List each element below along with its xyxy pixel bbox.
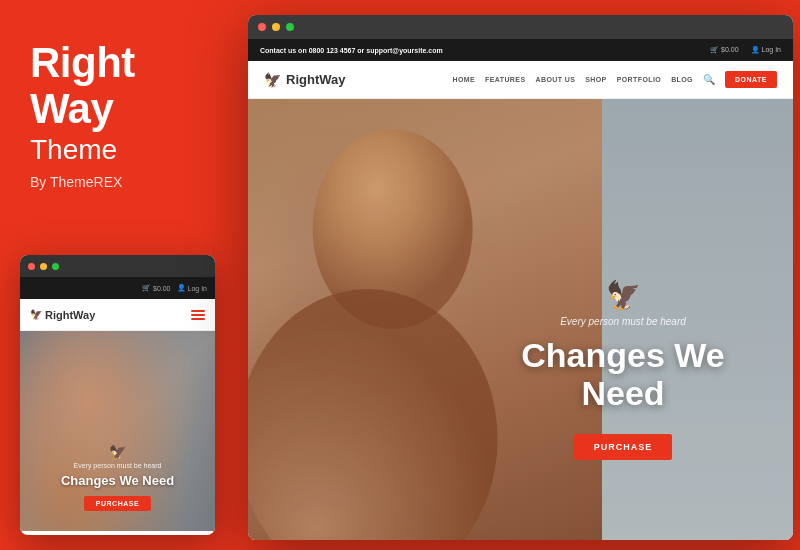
desktop-hero: 🦅 Every person must be heard Changes We …	[248, 99, 793, 540]
mobile-preview: 🛒 $0.00 👤 Log In 🦅 RightWay 🦅 Every pers…	[20, 255, 215, 535]
desktop-dot-yellow	[272, 23, 280, 31]
nav-link-features[interactable]: FEATURES	[485, 76, 525, 83]
mobile-logo-bird-icon: 🦅	[30, 309, 42, 320]
search-icon[interactable]: 🔍	[703, 74, 715, 85]
desktop-logo-bird-icon: 🦅	[264, 72, 281, 88]
desktop-login: 👤 Log In	[751, 46, 781, 54]
desktop-hero-content: 🦅 Every person must be heard Changes We …	[493, 279, 753, 460]
theme-subtitle: Theme	[30, 134, 117, 166]
desktop-logo[interactable]: 🦅 RightWay	[264, 72, 345, 88]
mobile-topbar: 🛒 $0.00 👤 Log In	[20, 277, 215, 299]
nav-link-shop[interactable]: SHOP	[585, 76, 606, 83]
nav-link-about[interactable]: ABOUT US	[535, 76, 575, 83]
mobile-titlebar	[20, 255, 215, 277]
mobile-nav: 🦅 RightWay	[20, 299, 215, 331]
desktop-titlebar	[248, 15, 793, 39]
desktop-nav-links: HOME FEATURES ABOUT US SHOP PORTFOLIO BL…	[452, 71, 777, 88]
nav-link-blog[interactable]: BLOG	[671, 76, 693, 83]
desktop-eagle-icon: 🦅	[493, 279, 753, 312]
mobile-hero-content: 🦅 Every person must be heard Changes We …	[20, 444, 215, 511]
mobile-dot-yellow	[40, 263, 47, 270]
desktop-dot-green	[286, 23, 294, 31]
mobile-hero: 🦅 Every person must be heard Changes We …	[20, 331, 215, 531]
mobile-hamburger-icon[interactable]	[191, 310, 205, 320]
theme-title: Right Way	[30, 40, 135, 132]
mobile-purchase-button[interactable]: PURCHASE	[84, 496, 151, 511]
donate-button[interactable]: DONATE	[725, 71, 777, 88]
desktop-preview: Contact us on 0800 123 4567 or support@y…	[248, 15, 793, 540]
mobile-dot-green	[52, 263, 59, 270]
mobile-logo: 🦅 RightWay	[30, 309, 95, 321]
nav-link-home[interactable]: HOME	[452, 76, 475, 83]
desktop-logo-text: RightWay	[286, 72, 345, 87]
desktop-cart: 🛒 $0.00	[710, 46, 738, 54]
desktop-purchase-button[interactable]: PURCHASE	[574, 434, 673, 460]
desktop-contact-info: Contact us on 0800 123 4567 or support@y…	[260, 47, 443, 54]
desktop-dot-red	[258, 23, 266, 31]
svg-point-1	[248, 289, 498, 540]
theme-byline: By ThemeREX	[30, 174, 122, 190]
mobile-login: 👤 Log In	[177, 284, 207, 292]
desktop-navbar: 🦅 RightWay HOME FEATURES ABOUT US SHOP P…	[248, 61, 793, 99]
mobile-dot-red	[28, 263, 35, 270]
desktop-hero-tagline: Every person must be heard	[493, 316, 753, 327]
mobile-eagle-icon: 🦅	[20, 444, 215, 460]
nav-link-portfolio[interactable]: PORTFOLIO	[617, 76, 661, 83]
mobile-cart: 🛒 $0.00	[142, 284, 171, 292]
desktop-hero-title: Changes We Need	[493, 337, 753, 412]
desktop-topbar-right: 🛒 $0.00 👤 Log In	[710, 46, 781, 54]
mobile-hero-title: Changes We Need	[20, 473, 215, 488]
desktop-topbar: Contact us on 0800 123 4567 or support@y…	[248, 39, 793, 61]
mobile-tagline: Every person must be heard	[20, 462, 215, 469]
